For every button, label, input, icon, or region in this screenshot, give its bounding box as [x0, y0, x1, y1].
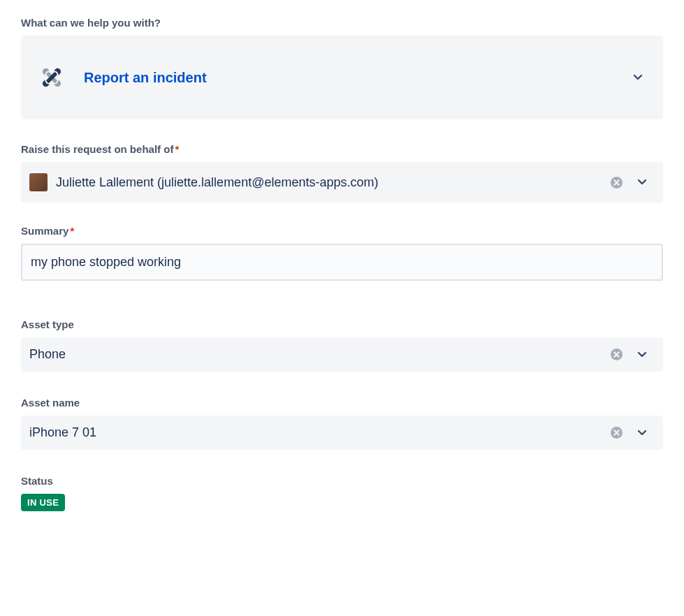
close-icon — [611, 177, 623, 189]
asset-type-select[interactable]: Phone — [21, 337, 663, 372]
chevron-down-icon — [636, 349, 648, 360]
clear-asset-name-button[interactable] — [608, 424, 625, 441]
behalf-value: Juliette Lallement (juliette.lallement@e… — [56, 175, 599, 190]
chevron-down-icon — [632, 72, 643, 83]
clear-asset-type-button[interactable] — [608, 346, 625, 363]
wrench-icon — [36, 62, 67, 93]
expand-asset-name-button[interactable] — [634, 425, 650, 441]
asset-name-value: iPhone 7 01 — [29, 425, 599, 440]
asset-name-select[interactable]: iPhone 7 01 — [21, 416, 663, 450]
status-label: Status — [21, 475, 663, 487]
chevron-down-icon — [636, 427, 648, 439]
status-badge: IN USE — [21, 494, 65, 511]
summary-input[interactable] — [21, 244, 663, 281]
asset-type-label: Asset type — [21, 318, 663, 330]
chevron-down-icon — [636, 177, 648, 188]
summary-label: Summary* — [21, 225, 663, 237]
help-with-label: What can we help you with? — [21, 17, 663, 29]
close-icon — [611, 349, 623, 360]
clear-behalf-button[interactable] — [608, 174, 625, 191]
asset-name-label: Asset name — [21, 397, 663, 409]
expand-asset-type-button[interactable] — [634, 346, 650, 363]
asset-type-value: Phone — [29, 347, 599, 362]
avatar — [29, 173, 48, 191]
behalf-label: Raise this request on behalf of* — [21, 143, 663, 155]
behalf-select[interactable]: Juliette Lallement (juliette.lallement@e… — [21, 162, 663, 203]
close-icon — [611, 427, 623, 439]
expand-behalf-button[interactable] — [634, 174, 650, 191]
request-type-card[interactable]: Report an incident — [21, 36, 663, 119]
request-type-title: Report an incident — [84, 70, 632, 86]
